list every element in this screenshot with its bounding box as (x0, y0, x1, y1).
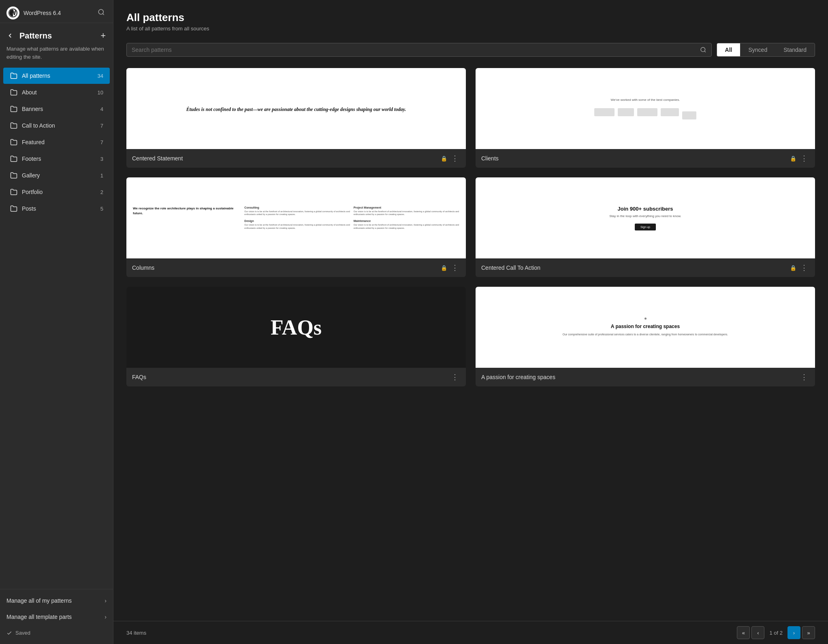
sidebar-item-label: Featured (22, 139, 96, 145)
add-pattern-button[interactable]: + (100, 30, 107, 42)
sidebar-search-button[interactable] (96, 7, 107, 19)
more-options-button[interactable]: ⋮ (450, 263, 460, 272)
more-options-button[interactable]: ⋮ (799, 263, 809, 272)
folder-icon (10, 205, 18, 213)
sidebar-item-call-to-action[interactable]: Call to Action 7 (3, 117, 110, 134)
sidebar-item-count: 10 (98, 90, 103, 96)
lock-icon: 🔒 (441, 156, 447, 162)
pattern-footer: A passion for creating spaces ⋮ (476, 368, 815, 386)
pattern-preview: FAQs (126, 287, 466, 368)
sidebar-item-banners[interactable]: Banners 4 (3, 101, 110, 117)
pattern-preview: We recognize the role architecture plays… (126, 177, 466, 258)
more-options-button[interactable]: ⋮ (450, 373, 460, 382)
sidebar-item-featured[interactable]: Featured 7 (3, 134, 110, 150)
lock-icon: 🔒 (441, 265, 447, 271)
pattern-card-passion[interactable]: A passion for creating spaces Our compre… (476, 287, 815, 386)
manage-patterns-link[interactable]: Manage all of my patterns › (0, 593, 113, 609)
sidebar-footer: Manage all of my patterns › Manage all t… (0, 589, 113, 644)
sidebar-item-all-patterns[interactable]: All patterns 34 (3, 68, 110, 84)
page-title: All patterns (126, 11, 815, 24)
lock-icon: 🔒 (790, 156, 796, 162)
sidebar-item-about[interactable]: About 10 (3, 84, 110, 100)
sidebar-item-count: 5 (100, 206, 103, 212)
patterns-header: Patterns + (0, 23, 113, 45)
sidebar-item-gallery[interactable]: Gallery 1 (3, 167, 110, 183)
sidebar-item-count: 1 (100, 173, 103, 179)
folder-icon (10, 72, 18, 80)
search-input[interactable] (132, 47, 697, 53)
sidebar-item-label: Posts (22, 205, 96, 212)
filter-tab-synced[interactable]: Synced (740, 43, 775, 56)
sidebar-nav: All patterns 34 About 10 Banners 4 (0, 67, 113, 217)
sidebar-item-count: 2 (100, 189, 103, 195)
sidebar-item-label: Gallery (22, 172, 96, 179)
main-header: All patterns A list of all patterns from… (113, 0, 828, 38)
svg-point-3 (701, 47, 705, 52)
more-options-button[interactable]: ⋮ (450, 154, 460, 163)
pagination-controls: « ‹ 1 of 2 › » (737, 626, 815, 639)
pattern-card-columns[interactable]: We recognize the role architecture plays… (126, 177, 466, 277)
saved-label: Saved (15, 630, 30, 636)
search-box[interactable] (126, 43, 712, 57)
sidebar-item-footers[interactable]: Footers 3 (3, 151, 110, 167)
lock-icon: 🔒 (790, 265, 796, 271)
pattern-name: FAQs (132, 374, 447, 380)
sidebar-item-label: About (22, 89, 94, 96)
sidebar-item-label: Call to Action (22, 122, 96, 129)
sidebar-item-label: Footers (22, 156, 96, 162)
pattern-card-clients[interactable]: We've worked with some of the best compa… (476, 68, 815, 168)
pattern-footer: Columns 🔒 ⋮ (126, 258, 466, 277)
filter-tab-standard[interactable]: Standard (775, 43, 815, 56)
pattern-name: Columns (132, 264, 438, 271)
more-options-button[interactable]: ⋮ (799, 373, 809, 382)
pattern-name: Centered Statement (132, 155, 438, 162)
pattern-name: A passion for creating spaces (481, 374, 796, 380)
pattern-preview: Études is not confined to the past—we ar… (126, 68, 466, 149)
pattern-footer: Centered Call To Action 🔒 ⋮ (476, 258, 815, 277)
sidebar-item-portfolio[interactable]: Portfolio 2 (3, 184, 110, 200)
pattern-preview: Join 900+ subscribers Stay in the loop w… (476, 177, 815, 258)
sidebar-item-count: 34 (98, 73, 103, 79)
pattern-card-centered-statement[interactable]: Études is not confined to the past—we ar… (126, 68, 466, 168)
sidebar-item-posts[interactable]: Posts 5 (3, 200, 110, 217)
folder-icon (10, 122, 18, 130)
saved-indicator: Saved (0, 625, 113, 641)
sidebar: W W WordPress 6.4 Patterns + Manage what… (0, 0, 113, 644)
main-content: All patterns A list of all patterns from… (113, 0, 828, 644)
prev-page-button[interactable]: ‹ (751, 626, 764, 639)
page-info: 1 of 2 (766, 630, 786, 636)
pattern-preview: A passion for creating spaces Our compre… (476, 287, 815, 368)
folder-icon (10, 188, 18, 196)
sidebar-item-count: 7 (100, 139, 103, 145)
last-page-button[interactable]: » (802, 626, 815, 639)
manage-templates-link[interactable]: Manage all template parts › (0, 609, 113, 625)
folder-icon (10, 171, 18, 179)
first-page-button[interactable]: « (737, 626, 750, 639)
pagination-count: 34 items (126, 630, 146, 636)
sidebar-title: Patterns (19, 31, 96, 41)
sidebar-description: Manage what patterns are available when … (0, 45, 113, 67)
folder-icon (10, 105, 18, 113)
sidebar-item-label: Banners (22, 106, 96, 112)
more-options-button[interactable]: ⋮ (799, 154, 809, 163)
sidebar-item-label: Portfolio (22, 189, 96, 195)
filter-tab-all[interactable]: All (717, 43, 741, 56)
back-button[interactable] (6, 31, 16, 40)
folder-icon (10, 155, 18, 163)
pattern-card-centered-cta[interactable]: Join 900+ subscribers Stay in the loop w… (476, 177, 815, 277)
patterns-grid: Études is not confined to the past—we ar… (113, 62, 828, 621)
filter-tabs: All Synced Standard (717, 43, 815, 57)
pattern-footer: Clients 🔒 ⋮ (476, 149, 815, 168)
pattern-footer: FAQs ⋮ (126, 368, 466, 386)
chevron-right-icon: › (105, 614, 107, 620)
pagination-bar: 34 items « ‹ 1 of 2 › » (113, 621, 828, 644)
pattern-card-faqs[interactable]: FAQs FAQs ⋮ (126, 287, 466, 386)
next-page-button[interactable]: › (787, 626, 800, 639)
pattern-name: Centered Call To Action (481, 264, 787, 271)
chevron-right-icon: › (105, 597, 107, 604)
sidebar-top-bar: W W WordPress 6.4 (0, 0, 113, 23)
svg-point-2 (98, 9, 103, 14)
sidebar-item-count: 4 (100, 106, 103, 112)
pattern-footer: Centered Statement 🔒 ⋮ (126, 149, 466, 168)
folder-icon (10, 88, 18, 96)
